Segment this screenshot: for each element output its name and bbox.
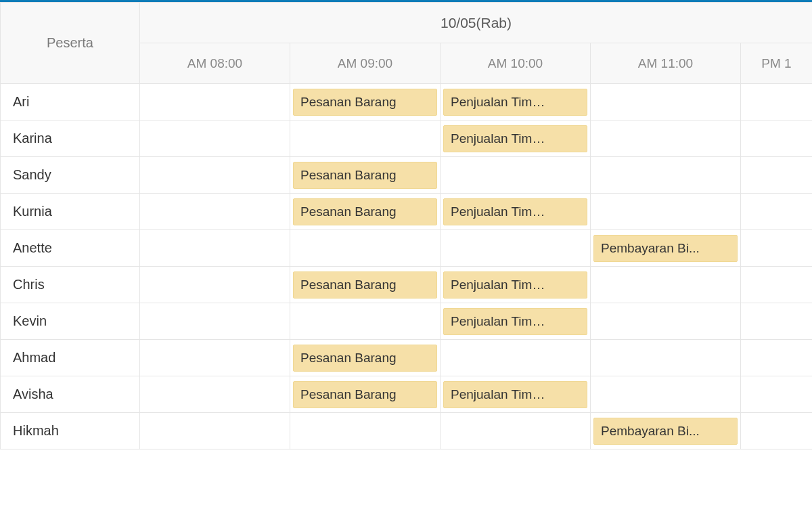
time-column-header[interactable]: AM 09:00 [290, 43, 441, 84]
time-slot[interactable] [591, 340, 741, 376]
participant-name[interactable]: Kevin [1, 303, 140, 340]
time-slot[interactable] [741, 303, 813, 340]
time-slot[interactable] [140, 303, 290, 340]
time-slot[interactable]: Penjualan Tim… [441, 120, 591, 157]
time-slot[interactable] [140, 157, 290, 194]
participant-row: SandyPesanan Barang [1, 157, 813, 194]
participant-row: AriPesanan BarangPenjualan Tim… [1, 84, 813, 120]
participant-name[interactable]: Karina [1, 120, 140, 157]
time-slot[interactable] [591, 194, 741, 230]
participant-row: AhmadPesanan Barang [1, 340, 813, 376]
time-slot[interactable] [140, 84, 290, 120]
time-slot[interactable] [140, 194, 290, 230]
time-slot[interactable] [741, 120, 813, 157]
time-slot[interactable] [591, 267, 741, 303]
time-slot[interactable] [140, 120, 290, 157]
time-slot[interactable] [741, 230, 813, 267]
time-slot[interactable] [140, 413, 290, 449]
time-slot[interactable]: Penjualan Tim… [441, 267, 591, 303]
event-block[interactable]: Pesanan Barang [293, 89, 437, 116]
event-block[interactable]: Penjualan Tim… [443, 308, 587, 335]
time-slot[interactable]: Penjualan Tim… [441, 194, 591, 230]
time-slot[interactable]: Penjualan Tim… [441, 303, 591, 340]
time-column-header[interactable]: AM 08:00 [140, 43, 290, 84]
time-slot[interactable] [290, 230, 441, 267]
participant-row: AvishaPesanan BarangPenjualan Tim… [1, 376, 813, 413]
event-block[interactable]: Pembayaran Bi... [593, 235, 738, 262]
time-slot[interactable]: Pesanan Barang [290, 194, 441, 230]
time-slot[interactable] [741, 84, 813, 120]
event-block[interactable]: Penjualan Tim… [443, 89, 587, 116]
time-slot[interactable] [741, 267, 813, 303]
time-slot[interactable] [591, 303, 741, 340]
time-column-header[interactable]: AM 11:00 [591, 43, 741, 84]
participant-row: AnettePembayaran Bi... [1, 230, 813, 267]
time-slot[interactable] [741, 413, 813, 449]
participant-row: ChrisPesanan BarangPenjualan Tim… [1, 267, 813, 303]
event-block[interactable]: Pesanan Barang [293, 381, 437, 408]
time-slot[interactable] [441, 413, 591, 449]
time-slot[interactable] [741, 157, 813, 194]
time-slot[interactable] [140, 267, 290, 303]
time-slot[interactable] [441, 230, 591, 267]
schedule-container: Peserta 10/05(Rab) AM 08:00AM 09:00AM 10… [0, 0, 812, 505]
participant-name[interactable]: Chris [1, 267, 140, 303]
participant-name[interactable]: Sandy [1, 157, 140, 194]
time-slot[interactable] [140, 230, 290, 267]
participant-row: KarinaPenjualan Tim… [1, 120, 813, 157]
time-slot[interactable]: Penjualan Tim… [441, 376, 591, 413]
participant-row: KurniaPesanan BarangPenjualan Tim… [1, 194, 813, 230]
time-slot[interactable]: Pembayaran Bi... [591, 230, 741, 267]
event-block[interactable]: Pesanan Barang [293, 271, 437, 299]
participant-name[interactable]: Hikmah [1, 413, 140, 449]
time-slot[interactable] [441, 157, 591, 194]
schedule-table: Peserta 10/05(Rab) AM 08:00AM 09:00AM 10… [0, 2, 812, 449]
event-block[interactable]: Penjualan Tim… [443, 198, 587, 225]
time-slot[interactable] [140, 340, 290, 376]
event-block[interactable]: Penjualan Tim… [443, 381, 587, 408]
time-slot[interactable] [591, 376, 741, 413]
event-block[interactable]: Pembayaran Bi... [593, 418, 738, 445]
time-slot[interactable]: Penjualan Tim… [441, 84, 591, 120]
time-slot[interactable] [290, 120, 441, 157]
time-slot[interactable] [140, 376, 290, 413]
event-block[interactable]: Pesanan Barang [293, 162, 437, 189]
time-slot[interactable]: Pesanan Barang [290, 157, 441, 194]
time-column-header[interactable]: PM 1 [741, 43, 813, 84]
time-slot[interactable] [591, 84, 741, 120]
time-slot[interactable]: Pesanan Barang [290, 376, 441, 413]
time-column-header[interactable]: AM 10:00 [441, 43, 591, 84]
time-slot[interactable]: Pesanan Barang [290, 340, 441, 376]
date-header[interactable]: 10/05(Rab) [140, 3, 813, 43]
event-block[interactable]: Pesanan Barang [293, 345, 437, 372]
time-slot[interactable] [290, 413, 441, 449]
time-slot[interactable] [290, 303, 441, 340]
participant-row: HikmahPembayaran Bi... [1, 413, 813, 449]
time-slot[interactable]: Pesanan Barang [290, 267, 441, 303]
time-slot[interactable]: Pesanan Barang [290, 84, 441, 120]
time-slot[interactable]: Pembayaran Bi... [591, 413, 741, 449]
participant-name[interactable]: Ahmad [1, 340, 140, 376]
participant-name[interactable]: Anette [1, 230, 140, 267]
time-slot[interactable] [441, 340, 591, 376]
event-block[interactable]: Penjualan Tim… [443, 271, 587, 299]
time-slot[interactable] [591, 120, 741, 157]
time-slot[interactable] [741, 340, 813, 376]
event-block[interactable]: Pesanan Barang [293, 198, 437, 225]
participant-name[interactable]: Ari [1, 84, 140, 120]
participant-name[interactable]: Kurnia [1, 194, 140, 230]
time-slot[interactable] [741, 194, 813, 230]
time-slot[interactable] [591, 157, 741, 194]
participant-name[interactable]: Avisha [1, 376, 140, 413]
participant-header: Peserta [1, 3, 140, 84]
time-slot[interactable] [741, 376, 813, 413]
participant-row: KevinPenjualan Tim… [1, 303, 813, 340]
event-block[interactable]: Penjualan Tim… [443, 125, 587, 152]
